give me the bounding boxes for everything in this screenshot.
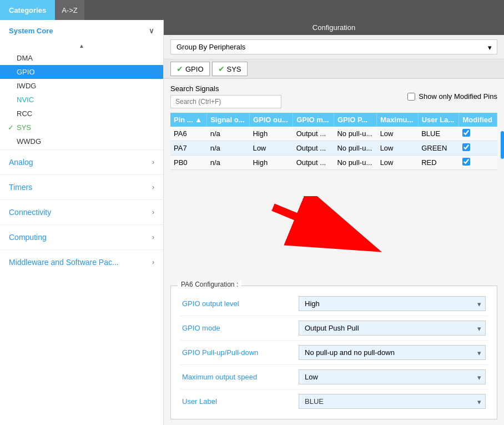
mode-select[interactable]: Output Push Pull Output Open Drain [299,321,486,336]
config-title: Configuration [164,20,504,35]
connectivity-header[interactable]: Connectivity › [0,200,163,224]
cell-pin: PA6 [170,127,207,141]
timers-chevron: › [152,183,154,191]
system-core-chevron: ∨ [149,27,154,35]
analog-header[interactable]: Analog › [0,150,163,174]
output-level-select-wrapper: High Low [299,296,486,311]
group-by-wrapper: Group By Peripherals [170,39,497,54]
right-panel: Configuration Group By Peripherals ✔ GPI… [164,20,504,425]
search-signals-label: Search Signals [170,84,281,93]
sidebar-items: DMA GPIO IWDG NVIC RCC SYS WWDG [0,50,163,149]
sidebar-item-gpio[interactable]: GPIO [0,65,163,79]
col-gpio-out[interactable]: GPIO ou... [249,113,293,127]
col-pin[interactable]: Pin ... ▲ [170,113,207,127]
top-bar: Categories A->Z [0,0,504,20]
cell-output: High [249,156,293,170]
modified-label: Show only Modified Pins [419,92,497,101]
sidebar-item-sys[interactable]: SYS [0,121,163,134]
sidebar-item-iwdg[interactable]: IWDG [0,79,163,93]
cell-signal: n/a [207,141,250,156]
system-core-header[interactable]: System Core ∨ [0,20,163,42]
sys-check-icon: ✔ [218,64,225,73]
tab-az[interactable]: A->Z [55,0,84,20]
cell-mode: Output ... [293,127,334,141]
mode-label: GPIO mode [182,324,293,332]
pull-label: GPIO Pull-up/Pull-down [182,348,293,357]
config-row-max-speed: Maximum output speed Low Medium High Ver… [180,365,488,389]
cell-output: High [249,127,293,141]
computing-header[interactable]: Computing › [0,225,163,249]
user-label-value-wrapper: BLUE [299,394,486,409]
sidebar-section-timers: Timers › [0,174,163,199]
gpio-check-icon: ✔ [177,64,183,73]
tab-categories[interactable]: Categories [0,0,55,20]
cell-modified [459,156,497,170]
output-level-label: GPIO output level [182,299,293,308]
scroll-arrows: ▲ [0,42,163,50]
output-level-select[interactable]: High Low [299,296,486,311]
scroll-up-arrow[interactable]: ▲ [79,43,84,49]
modified-cb-pb0[interactable] [462,158,470,166]
sidebar-item-wwdg[interactable]: WWDG [0,134,163,148]
cell-max: Low [377,141,419,156]
cell-pin: PA7 [170,141,207,156]
col-max[interactable]: Maximu... [377,113,419,127]
col-signal[interactable]: Signal o... [207,113,250,127]
cell-label: GREEN [418,141,459,156]
cell-mode: Output ... [293,141,334,156]
config-row-pull: GPIO Pull-up/Pull-down No pull-up and no… [180,341,488,365]
user-label-label: User Label [182,397,293,406]
col-gpio-mode[interactable]: GPIO m... [293,113,334,127]
sidebar-item-nvic[interactable]: NVIC [0,93,163,107]
cell-max: Low [377,156,419,170]
modified-cb-pa6[interactable] [462,129,470,137]
cell-label: BLUE [418,127,459,141]
connectivity-chevron: › [152,208,154,216]
sidebar: System Core ∨ ▲ DMA GPIO IWDG NVIC RCC S… [0,20,164,425]
sidebar-section-connectivity: Connectivity › [0,199,163,224]
config-row-mode: GPIO mode Output Push Pull Output Open D… [180,316,488,341]
cell-output: Low [249,141,293,156]
sidebar-section-computing: Computing › [0,224,163,249]
modified-checkbox[interactable] [407,93,415,101]
pull-select-wrapper: No pull-up and no pull-down Pull-up Pull… [299,345,486,360]
timers-header[interactable]: Timers › [0,175,163,199]
svg-line-1 [273,207,367,246]
tab-gpio[interactable]: ✔ GPIO [170,62,210,76]
sidebar-item-dma[interactable]: DMA [0,51,163,65]
user-label-value[interactable]: BLUE [299,394,486,409]
mode-select-wrapper: Output Push Pull Output Open Drain [299,321,486,336]
cell-mode: Output ... [293,156,334,170]
analog-chevron: › [152,158,154,166]
computing-label: Computing [9,233,47,242]
modified-cb-pa7[interactable] [462,143,470,151]
cell-pin: PB0 [170,156,207,170]
modified-pins-check[interactable]: Show only Modified Pins [407,92,497,101]
pull-select[interactable]: No pull-up and no pull-down Pull-up Pull… [299,345,486,360]
sys-tab-label: SYS [227,65,241,73]
cell-signal: n/a [207,156,250,170]
middleware-header[interactable]: Middleware and Software Pac... › [0,250,163,274]
table-row[interactable]: PA6 n/a High Output ... No pull-u... Low… [170,127,497,141]
col-user-label[interactable]: User La... [418,113,459,127]
config-row-user-label: User Label BLUE [180,389,488,413]
cell-pull: No pull-u... [334,141,376,156]
sidebar-item-rcc[interactable]: RCC [0,107,163,121]
tab-sys[interactable]: ✔ SYS [212,62,248,76]
group-by-select[interactable]: Group By Peripherals [170,39,497,54]
connectivity-label: Connectivity [9,208,51,217]
max-speed-select[interactable]: Low Medium High Very High [299,369,486,384]
col-gpio-pull[interactable]: GPIO P... [334,113,376,127]
search-input[interactable] [170,95,281,108]
col-modified[interactable]: Modified [459,113,497,127]
search-section: Search Signals Show only Modified Pins [170,84,497,108]
table-row[interactable]: PA7 n/a Low Output ... No pull-u... Low … [170,141,497,156]
main-layout: System Core ∨ ▲ DMA GPIO IWDG NVIC RCC S… [0,20,504,425]
cell-label: RED [418,156,459,170]
scrollbar-thumb[interactable] [501,131,504,159]
cell-signal: n/a [207,127,250,141]
toolbar: Group By Peripherals [164,35,504,59]
table-row[interactable]: PB0 n/a High Output ... No pull-u... Low… [170,156,497,170]
cell-pull: No pull-u... [334,127,376,141]
cell-max: Low [377,127,419,141]
